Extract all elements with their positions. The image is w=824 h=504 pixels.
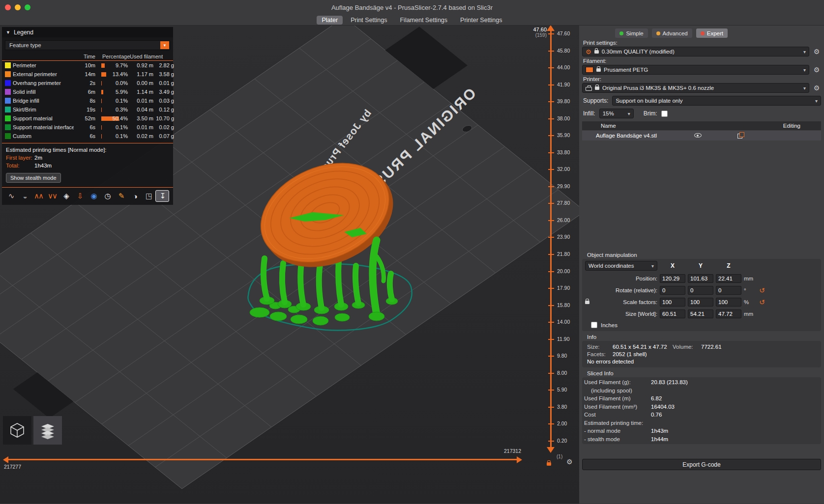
tab-filament-settings[interactable]: Filament Settings <box>395 16 452 25</box>
object-list-row[interactable]: Auflage Bandsäge v4.stl <box>582 131 821 140</box>
filament-gear-button[interactable]: ⚙ <box>812 66 821 74</box>
slider-settings-gear-icon[interactable]: ⚙ <box>566 458 573 466</box>
layer-slider[interactable]: 47.60 (159) 47.6045.8044.0041.9039.8038.… <box>526 26 579 504</box>
total-label: Total: <box>6 163 34 168</box>
view-type-select[interactable]: Feature type ▼ <box>5 40 170 50</box>
lock-icon <box>594 50 599 54</box>
3d-view-button[interactable] <box>3 416 31 445</box>
color-changes-icon[interactable]: ◉ <box>87 190 100 202</box>
seams-icon[interactable]: ◈ <box>59 190 73 202</box>
printer-combo[interactable]: Original Prusa i3 MK3S & MK3S+ 0.6 nozzl… <box>582 83 809 93</box>
infill-label: Infill: <box>583 110 595 117</box>
manipulation-row-size-world: Size [World]:mm <box>585 308 818 320</box>
size-world-z-input[interactable] <box>716 309 741 318</box>
mode-label: Advanced <box>663 30 688 36</box>
feature-percentage: 13.4% <box>96 71 129 77</box>
layer-tick-label: 0.20 <box>557 438 567 444</box>
reset-rotate-relative-icon[interactable]: ↺ <box>759 286 767 294</box>
sliced-row: Used Filament (mm³)16404.03 <box>584 403 819 411</box>
reset-scale-factors-icon[interactable]: ↺ <box>759 298 767 306</box>
rotate-relative-y-input[interactable] <box>688 286 713 295</box>
tab-plater[interactable]: Plater <box>317 16 343 25</box>
mode-expert-button[interactable]: Expert <box>696 28 728 38</box>
manipulation-row-scale-factors: Scale factors:%↺ <box>585 296 818 308</box>
layer-slider-handle-bottom[interactable] <box>547 447 555 453</box>
manipulation-row-rotate-relative: Rotate (relative):°↺ <box>585 284 818 296</box>
layer-tick <box>548 322 554 323</box>
inches-checkbox[interactable] <box>591 322 597 328</box>
mode-simple-button[interactable]: Simple <box>615 28 647 38</box>
hslider-left-value: 217277 <box>4 464 21 470</box>
hslider-handle-right[interactable] <box>517 456 522 463</box>
layer-slider-track[interactable] <box>550 30 552 447</box>
feature-time: 8s <box>75 98 95 104</box>
size-world-x-input[interactable] <box>660 309 685 318</box>
rotate-relative-z-input[interactable] <box>716 286 741 295</box>
hslider-handle-left[interactable] <box>3 456 8 463</box>
3d-viewport[interactable]: ORIGINAL PRUSA i3 MK3 by Josef Prusa <box>0 26 579 504</box>
feature-percentage: 0.1% <box>96 98 129 104</box>
edit-copy-icon[interactable] <box>737 134 742 139</box>
horizontal-slider-track[interactable] <box>8 459 517 460</box>
feature-label: Support material interface <box>13 124 74 130</box>
mode-advanced-button[interactable]: Advanced <box>652 28 692 38</box>
feature-color-swatch <box>5 115 11 121</box>
support-trunk-front <box>373 240 377 314</box>
sliced-row: (including spool) <box>584 387 819 395</box>
tool-changes-icon[interactable]: ⇩ <box>73 190 87 202</box>
feature-weight: 2.82 g <box>154 62 174 68</box>
cube-icon[interactable]: ◳ <box>142 190 155 202</box>
scale-factors-x-input[interactable] <box>660 298 685 307</box>
export-gcode-button[interactable]: Export G-code <box>582 459 821 470</box>
scale-factors-label: Scale factors: <box>594 299 657 305</box>
window-controls <box>5 4 30 10</box>
scale-factors-z-input[interactable] <box>716 298 741 307</box>
print-settings-gear-button[interactable]: ⚙ <box>812 48 821 56</box>
layers-view-button[interactable] <box>33 416 62 445</box>
horizontal-slider[interactable]: 217277 217312 <box>4 456 521 469</box>
times-header: Estimated printing times [Normal mode]: <box>2 143 173 154</box>
minimize-window-button[interactable] <box>15 4 21 10</box>
infill-combo[interactable]: 15% ▾ <box>599 109 634 118</box>
deretractions-icon[interactable]: ∨∨ <box>45 190 59 202</box>
position-y-input[interactable] <box>688 274 713 283</box>
tab-print-settings[interactable]: Print Settings <box>346 16 392 25</box>
chevron-down-icon: ▾ <box>803 85 806 91</box>
position-x-input[interactable] <box>660 274 685 283</box>
pause-prints-icon[interactable]: ◷ <box>100 190 114 202</box>
retractions-icon[interactable]: ∧∧ <box>31 190 45 202</box>
custom-gcode-icon[interactable]: ✎ <box>114 190 128 202</box>
show-stealth-mode-button[interactable]: Show stealth mode <box>6 173 61 183</box>
uniform-scale-lock-icon[interactable] <box>585 301 589 304</box>
legend-collapse-icon[interactable]: ↧ <box>155 190 169 202</box>
tab-printer-settings[interactable]: Printer Settings <box>455 16 507 25</box>
size-world-y-input[interactable] <box>688 309 713 318</box>
print-settings-combo[interactable]: ⚙ 0.30mm QUALITY (modified) ▾ <box>582 47 809 56</box>
filament-combo[interactable]: Prusament PETG ▾ <box>582 65 809 75</box>
scale-factors-y-input[interactable] <box>688 298 713 307</box>
total-time-row: Total: 1h43m <box>2 162 173 169</box>
sliced-row: Cost0.76 <box>584 411 819 419</box>
percentage-bar <box>101 108 102 112</box>
supports-combo[interactable]: Support on build plate only ▾ <box>612 96 821 106</box>
first-layer-label: First layer: <box>6 155 34 161</box>
sliced-label: (including spool) <box>584 388 651 393</box>
visibility-eye-icon[interactable] <box>694 133 702 138</box>
wipe-icon[interactable]: ◒ <box>18 190 31 202</box>
brim-checkbox[interactable] <box>661 111 668 117</box>
position-z-input[interactable] <box>716 274 741 283</box>
layer-slider-handle-top[interactable] <box>547 26 555 31</box>
legend-row: Perimeter10m9.7%0.92 m2.82 g <box>2 61 173 70</box>
coordinates-combo[interactable]: World coordinates ▾ <box>585 261 657 271</box>
rotate-relative-x-input[interactable] <box>660 286 685 295</box>
printer-gear-button[interactable]: ⚙ <box>812 84 821 92</box>
chevron-down-icon: ▾ <box>815 98 818 104</box>
zoom-window-button[interactable] <box>25 4 30 10</box>
slider-lock-icon[interactable] <box>547 462 551 466</box>
sliced-value: 1h43m <box>651 428 819 434</box>
close-window-button[interactable] <box>5 4 11 10</box>
cube-3d-icon <box>7 420 27 440</box>
legend-header[interactable]: ▼ Legend <box>2 27 173 37</box>
shells-icon[interactable]: ◑ <box>128 190 142 202</box>
travels-icon[interactable]: ∿ <box>4 190 18 202</box>
